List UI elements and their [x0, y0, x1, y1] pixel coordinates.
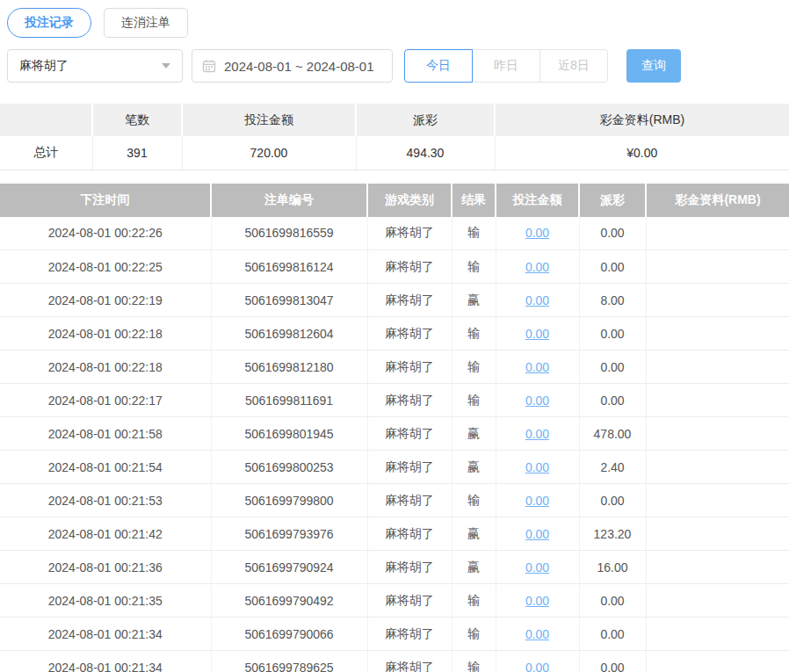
bet-time-cell: 2024-08-01 00:21:42 — [0, 517, 211, 551]
order-id-cell: 5061699799800 — [211, 484, 367, 517]
summary-col-jackpot: 彩金资料(RMB) — [495, 104, 789, 136]
table-row: 2024-08-01 00:22:185061699812180麻将胡了输0.0… — [0, 350, 789, 384]
order-id-cell: 5061699801945 — [211, 417, 367, 451]
tab-bar: 投注记录 连消注单 — [0, 0, 789, 38]
summary-total-jackpot: ¥0.00 — [495, 136, 789, 170]
summary-total-payout: 494.30 — [356, 136, 495, 170]
bet-amount-cell: 0.00 — [496, 517, 579, 551]
bet-amount-link[interactable]: 0.00 — [525, 527, 549, 541]
range-yesterday-button[interactable]: 昨日 — [472, 49, 540, 83]
order-id-cell: 5061699811691 — [211, 384, 367, 417]
bet-amount-link[interactable]: 0.00 — [525, 394, 549, 408]
bet-amount-cell: 0.00 — [496, 250, 579, 284]
order-id-cell: 5061699793976 — [211, 517, 367, 551]
table-row: 2024-08-01 00:22:255061699816124麻将胡了输0.0… — [0, 250, 789, 284]
summary-col-payout: 派彩 — [356, 104, 495, 136]
bet-amount-link[interactable]: 0.00 — [525, 226, 549, 240]
col-result: 结果 — [452, 184, 496, 217]
col-bet-time: 下注时间 — [0, 184, 211, 217]
bet-amount-link[interactable]: 0.00 — [525, 293, 549, 307]
game-type-cell: 麻将胡了 — [367, 384, 452, 417]
result-cell: 输 — [452, 484, 496, 517]
payout-cell: 0.00 — [579, 618, 646, 651]
game-type-cell: 麻将胡了 — [367, 451, 452, 484]
bet-time-cell: 2024-08-01 00:22:26 — [0, 217, 211, 250]
jackpot-cell — [646, 384, 789, 417]
bet-amount-link[interactable]: 0.00 — [525, 661, 549, 672]
game-type-cell: 麻将胡了 — [367, 317, 452, 350]
table-row: 2024-08-01 00:22:185061699812604麻将胡了输0.0… — [0, 317, 789, 350]
payout-cell: 0.00 — [579, 384, 646, 417]
game-type-cell: 麻将胡了 — [367, 651, 452, 672]
game-type-select[interactable]: 麻将胡了 — [7, 49, 183, 83]
table-row: 2024-08-01 00:22:175061699811691麻将胡了输0.0… — [0, 384, 789, 417]
bet-amount-cell: 0.00 — [496, 484, 579, 517]
bet-amount-link[interactable]: 0.00 — [525, 494, 549, 508]
range-today-button[interactable]: 今日 — [404, 49, 473, 83]
bet-amount-link[interactable]: 0.00 — [525, 360, 549, 374]
bet-table: 下注时间 注单编号 游戏类别 结果 投注金额 派彩 彩金资料(RMB) 2024… — [0, 184, 789, 672]
bet-table-header-row: 下注时间 注单编号 游戏类别 结果 投注金额 派彩 彩金资料(RMB) — [0, 184, 789, 217]
bet-time-cell: 2024-08-01 00:22:19 — [0, 284, 211, 317]
bet-time-cell: 2024-08-01 00:21:35 — [0, 584, 211, 618]
jackpot-cell — [646, 417, 789, 451]
order-id-cell: 5061699800253 — [211, 451, 367, 484]
game-type-cell: 麻将胡了 — [367, 517, 452, 551]
bet-time-cell: 2024-08-01 00:21:34 — [0, 618, 211, 651]
bet-amount-cell: 0.00 — [496, 350, 579, 384]
game-type-cell: 麻将胡了 — [367, 584, 452, 618]
bet-time-cell: 2024-08-01 00:21:58 — [0, 417, 211, 451]
tab-cancelled-orders[interactable]: 连消注单 — [104, 8, 188, 38]
payout-cell: 0.00 — [579, 350, 646, 384]
table-row: 2024-08-01 00:22:195061699813047麻将胡了赢0.0… — [0, 284, 789, 317]
bet-amount-link[interactable]: 0.00 — [525, 560, 549, 574]
jackpot-cell — [646, 484, 789, 517]
jackpot-cell — [646, 217, 789, 250]
bet-time-cell: 2024-08-01 00:21:54 — [0, 451, 211, 484]
bet-time-cell: 2024-08-01 00:22:18 — [0, 317, 211, 350]
result-cell: 输 — [452, 651, 496, 672]
col-payout: 派彩 — [579, 184, 646, 217]
query-button[interactable]: 查询 — [626, 49, 681, 83]
date-range-input[interactable]: 2024-08-01 ~ 2024-08-01 — [192, 49, 393, 83]
summary-table: 笔数 投注金额 派彩 彩金资料(RMB) 总计 391 720.00 494.3… — [0, 104, 789, 170]
summary-total-bet-amount: 720.00 — [182, 136, 356, 170]
col-bet-amount: 投注金额 — [496, 184, 579, 217]
range-last8days-button[interactable]: 近8日 — [539, 49, 608, 83]
summary-total-row: 总计 391 720.00 494.30 ¥0.00 — [0, 136, 789, 170]
bet-amount-link[interactable]: 0.00 — [525, 427, 549, 441]
game-type-cell: 麻将胡了 — [367, 250, 452, 284]
summary-col-count: 笔数 — [92, 104, 182, 136]
payout-cell: 16.00 — [579, 551, 646, 584]
jackpot-cell — [646, 517, 789, 551]
bet-amount-cell: 0.00 — [496, 217, 579, 250]
result-cell: 输 — [452, 618, 496, 651]
calendar-icon — [202, 59, 216, 73]
tab-bet-records[interactable]: 投注记录 — [7, 8, 91, 38]
bet-amount-link[interactable]: 0.00 — [525, 594, 549, 608]
bet-amount-link[interactable]: 0.00 — [525, 627, 549, 641]
order-id-cell: 5061699812604 — [211, 317, 367, 350]
jackpot-cell — [646, 651, 789, 672]
bet-amount-cell: 0.00 — [496, 384, 579, 417]
jackpot-cell — [646, 284, 789, 317]
bet-amount-cell: 0.00 — [496, 651, 579, 672]
payout-cell: 8.00 — [579, 284, 646, 317]
payout-cell: 0.00 — [579, 317, 646, 350]
bet-amount-link[interactable]: 0.00 — [525, 260, 549, 274]
table-row: 2024-08-01 00:21:425061699793976麻将胡了赢0.0… — [0, 517, 789, 551]
bet-amount-cell: 0.00 — [496, 417, 579, 451]
order-id-cell: 5061699790492 — [211, 584, 367, 618]
date-range-value: 2024-08-01 ~ 2024-08-01 — [224, 59, 374, 74]
order-id-cell: 5061699790924 — [211, 551, 367, 584]
bet-amount-link[interactable]: 0.00 — [525, 327, 549, 341]
table-row: 2024-08-01 00:21:365061699790924麻将胡了赢0.0… — [0, 551, 789, 584]
bet-amount-cell: 0.00 — [496, 284, 579, 317]
jackpot-cell — [646, 584, 789, 618]
col-game-type: 游戏类别 — [367, 184, 452, 217]
col-order-id: 注单编号 — [211, 184, 367, 217]
summary-total-count: 391 — [92, 136, 182, 170]
bet-amount-link[interactable]: 0.00 — [525, 460, 549, 474]
summary-header-row: 笔数 投注金额 派彩 彩金资料(RMB) — [0, 104, 789, 136]
payout-cell: 0.00 — [579, 584, 646, 618]
